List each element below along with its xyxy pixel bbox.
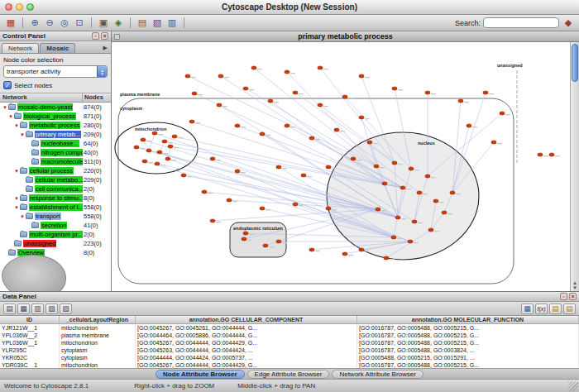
network-edge[interactable] [188,76,376,166]
table-row[interactable]: YPL036W__1mitochondrion[GO:0045267, GO:0… [0,339,579,347]
float-data-panel-icon[interactable]: ▫ [560,293,567,300]
network-node[interactable] [334,128,339,131]
network-node[interactable] [301,174,306,177]
network-node[interactable] [342,95,347,98]
network-node[interactable] [142,160,147,163]
tree-expander-icon[interactable]: ▼ [14,169,20,174]
network-node[interactable] [210,157,215,160]
open-attributes-folder-icon[interactable]: ▤ [563,304,576,314]
network-node[interactable] [235,124,240,127]
network-node[interactable] [285,124,290,127]
network-node[interactable] [285,70,290,74]
close-window-button[interactable] [5,3,12,11]
table-row[interactable]: YJR121W__1mitochondrion[GO:0045267, GO:0… [0,324,579,332]
tree-expander-icon[interactable]: ▼ [14,196,20,201]
network-node[interactable] [409,167,414,170]
network-node[interactable] [243,87,248,90]
network-node[interactable] [376,208,380,211]
network-node[interactable] [168,145,173,148]
network-node[interactable] [134,146,139,149]
network-node[interactable] [162,140,167,143]
tab-node-attribute-browser[interactable]: Node Attribute Browser [156,370,245,379]
network-node[interactable] [425,174,430,178]
tree-expander-icon[interactable]: ▼ [14,123,20,128]
network-node[interactable] [276,240,281,243]
network-node[interactable] [391,236,396,239]
network-node[interactable] [359,74,364,78]
network-node[interactable] [318,103,323,107]
search-input[interactable] [483,17,559,28]
network-node[interactable] [192,92,197,95]
network-node[interactable] [428,228,433,232]
vertical-scrollbar[interactable]: ▲▼ [570,42,579,291]
network-node[interactable] [408,240,413,243]
tree-row[interactable]: ▼cellular process220(0) [0,166,111,175]
column-header[interactable]: annotation.GO MOLECULAR_FUNCTION [357,316,579,323]
network-node[interactable] [458,99,463,103]
minimize-window-button[interactable] [16,3,23,11]
network-node[interactable] [491,141,496,144]
network-node[interactable] [326,207,331,210]
network-node[interactable] [181,174,186,177]
tree-row[interactable]: ▼biological_process871(0) [0,112,111,121]
tree-column-nodes[interactable]: Nodes [83,93,111,102]
network-node[interactable] [152,131,157,135]
formula-builder-icon[interactable]: f(x) [535,304,548,314]
resize-grip[interactable] [568,381,578,391]
network-node[interactable] [242,237,246,241]
zoom-fit-content-icon[interactable]: ⊡ [73,17,86,30]
network-node[interactable] [392,161,397,165]
network-node[interactable] [260,207,265,210]
tree-expander-icon[interactable]: ▼ [14,205,20,210]
network-node[interactable] [217,103,222,107]
network-node[interactable] [218,74,223,78]
network-node[interactable] [155,162,160,165]
delete-attributes-icon[interactable]: ▥ [31,304,44,314]
zoom-selected-icon[interactable]: ◎ [58,17,71,30]
table-row[interactable]: YDR039C__1mitochondrion[GO:0045267, GO:0… [0,361,579,368]
tree-row[interactable]: ▼transport558(0) [0,212,111,221]
new-attribute-icon[interactable]: ▦ [17,304,30,314]
mosaic-overview-thumbnail[interactable] [2,255,66,291]
network-node[interactable] [417,191,422,194]
network-view-titlebar[interactable]: primary metabolic process [112,31,579,42]
network-node[interactable] [165,157,170,160]
network-node[interactable] [293,203,298,206]
network-node[interactable] [384,256,389,260]
select-attributes-icon[interactable]: ▤ [3,304,16,314]
network-node[interactable] [467,124,471,127]
tree-row[interactable]: ▼response to stimu...8(0) [0,194,111,203]
tree-row[interactable]: ▼establishment of l...558(0) [0,203,111,212]
table-row[interactable]: YLR295Ccytoplasm[GO:0045263, GO:0044444,… [0,347,579,354]
network-node[interactable] [263,244,268,247]
tree-row[interactable]: ▼metabolic process280(0) [0,121,111,130]
zoom-out-icon[interactable]: ⊖ [43,17,56,30]
network-node[interactable] [268,99,273,103]
network-node[interactable] [538,153,543,156]
node-color-dropdown[interactable]: transporter activity ▴ ▾ [3,65,108,78]
column-header[interactable]: ID [0,316,60,323]
network-node[interactable] [293,91,298,94]
network-node[interactable] [309,136,314,140]
tree-expander-icon[interactable]: ▼ [20,214,26,219]
network-node[interactable] [227,198,232,202]
create-network-from-selection-icon[interactable]: ◈ [112,17,125,30]
network-node[interactable] [500,112,505,115]
tree-row[interactable]: macromolecule...311(0) [0,157,111,166]
tree-row[interactable]: multi-organism pr...2(0) [0,230,111,239]
scrollbar-arrows-icon[interactable]: ▲▼ [571,280,579,290]
network-node[interactable] [141,138,146,141]
tree-row[interactable]: Overview8(0) [0,248,111,257]
tab-network[interactable]: Network [2,43,39,53]
network-node[interactable] [400,186,405,189]
network-node[interactable] [157,151,162,154]
tree-row[interactable]: nucleobase...64(0) [0,139,111,148]
network-node[interactable] [326,165,331,169]
layout-icon[interactable]: ▥ [165,17,179,30]
show-graphics-details-icon[interactable]: ▣ [97,17,110,30]
zoom-window-button[interactable] [26,3,34,11]
network-node[interactable] [359,116,364,119]
tree-row[interactable]: secretion41(0) [0,221,111,230]
network-edge[interactable] [254,68,376,166]
network-node[interactable] [359,248,364,251]
